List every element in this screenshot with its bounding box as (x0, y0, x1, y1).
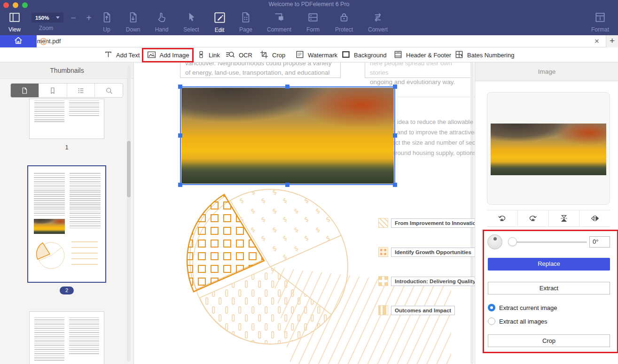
add-text-button[interactable]: Add Text (104, 47, 140, 62)
legend-item[interactable]: Outcomes and Impact (378, 305, 455, 315)
header-footer-icon: 123 (393, 50, 403, 61)
form-mode-button[interactable]: Form (298, 11, 328, 33)
selection-handle-n[interactable] (285, 85, 289, 89)
zoom-out-button[interactable]: − (68, 12, 78, 23)
selection-handle-s[interactable] (285, 183, 289, 187)
bates-numbering-icon (454, 50, 464, 61)
panel-title: Image (475, 62, 618, 81)
text-line: n idea to reduce the allowable si (392, 117, 475, 127)
legend-item[interactable]: From Improvement to Innovation (378, 218, 475, 228)
home-tab-button[interactable] (0, 35, 37, 47)
top-toolbar: Welcome to PDFelement 6 Pro View 150% Zo… (0, 0, 618, 35)
sidebar-scrollbar-thumb[interactable] (127, 141, 131, 197)
selection-handle-sw[interactable] (178, 183, 182, 187)
header-footer-button[interactable]: 123 Header & Footer (393, 47, 451, 62)
edit-toolbar: Add Text Add Image Link OCR Crop (0, 47, 618, 62)
document-canvas[interactable]: vancouver. Neighbourhoods could propose … (134, 62, 475, 364)
crop-button[interactable]: Crop (259, 47, 285, 62)
watermark-button[interactable]: Watermark (295, 47, 337, 62)
selection-handle-se[interactable] (393, 183, 397, 187)
page-3-thumbnail[interactable] (29, 311, 104, 364)
background-icon (341, 50, 351, 61)
edit-mode-button[interactable]: Edit (204, 11, 235, 33)
selection-handle-nw[interactable] (178, 85, 182, 89)
selection-handle-ne[interactable] (393, 85, 397, 89)
warning-icon[interactable] (39, 38, 47, 47)
protect-mode-button[interactable]: Protect (329, 11, 359, 33)
bookmarks-view-button[interactable] (39, 84, 67, 97)
legend-item[interactable]: Introduction: Delivering Quality (378, 276, 475, 286)
page-2-thumbnail-selected[interactable] (27, 165, 106, 283)
rotation-knob[interactable] (487, 234, 502, 249)
hand-tool-button[interactable]: Hand (147, 11, 177, 33)
rotate-flip-toolbar (487, 210, 610, 227)
convert-mode-button[interactable]: Convert (363, 11, 393, 33)
view-button[interactable]: View (0, 11, 30, 33)
text-block-left[interactable]: vancouver. Neighbourhoods could propose … (180, 62, 341, 78)
zoom-group: Zoom (31, 11, 61, 31)
extract-current-option[interactable]: Extract current image (488, 304, 557, 311)
bates-numbering-button[interactable]: Bates Numbering (454, 47, 514, 62)
select-tool-button[interactable]: Select (176, 11, 206, 33)
close-window-button[interactable] (3, 2, 9, 8)
convert-icon (372, 11, 384, 24)
flip-horizontal-button[interactable] (579, 210, 610, 226)
outline-view-button[interactable] (67, 84, 95, 97)
replace-button[interactable]: Replace (488, 258, 610, 271)
page-1-thumbnail[interactable] (29, 99, 104, 139)
page-mode-button[interactable]: Page (231, 11, 261, 33)
text-line: act the size and number of seco (392, 138, 475, 148)
comment-mode-button[interactable]: Comment (264, 11, 294, 33)
legend-item[interactable]: Identify Growth Opportunities (378, 247, 475, 257)
comment-label: Comment (264, 26, 294, 33)
text-line: vancouver. Neighbourhoods could propose … (185, 62, 336, 68)
text-block-right[interactable]: here people spread their own stories ong… (365, 62, 471, 78)
maximize-window-button[interactable] (22, 2, 28, 8)
search-view-button[interactable] (94, 84, 123, 97)
new-tab-button[interactable]: + (606, 35, 618, 47)
document-tab[interactable]: Sample Document.pdf (0, 35, 355, 47)
form-icon (307, 11, 319, 24)
radio-selected-icon[interactable] (488, 304, 495, 311)
rotation-slider-track[interactable] (513, 241, 587, 243)
crop-tool-label: Crop (272, 52, 285, 59)
sidebar-scrollbar-track[interactable] (127, 66, 131, 362)
lock-icon (338, 11, 350, 24)
svg-text:i: i (600, 16, 601, 21)
page-1-label: 1 (29, 144, 104, 151)
crop-icon (259, 50, 269, 61)
format-info-icon: i (594, 11, 606, 24)
ocr-button[interactable]: OCR (225, 47, 252, 62)
flip-vertical-button[interactable] (548, 210, 579, 226)
extract-all-option[interactable]: Extract all images (488, 318, 548, 325)
rotate-left-button[interactable] (487, 210, 517, 226)
crop-panel-button[interactable]: Crop (488, 334, 610, 347)
rotation-slider-handle[interactable] (508, 237, 517, 246)
thumbnails-view-button[interactable] (11, 84, 39, 97)
page-down-button[interactable]: Down (118, 11, 148, 33)
rotation-value-input[interactable]: 0° (589, 236, 610, 248)
background-button[interactable]: Background (341, 47, 386, 62)
selected-image[interactable] (181, 88, 394, 184)
format-panel-button[interactable]: i Format (585, 11, 615, 33)
selection-handle-e[interactable] (393, 133, 397, 138)
pie-chart-graphic[interactable]: $ $ (183, 187, 451, 364)
form-label: Form (298, 26, 328, 33)
document-rule (397, 97, 475, 97)
document-scrollbar[interactable] (470, 62, 474, 364)
extract-current-label: Extract current image (499, 304, 557, 311)
minimize-window-button[interactable] (13, 2, 18, 8)
add-image-label: Add Image (160, 52, 189, 59)
close-tab-icon[interactable]: × (591, 35, 603, 47)
convert-label: Convert (363, 26, 393, 33)
page-up-button[interactable]: Up (92, 11, 122, 33)
extract-button[interactable]: Extract (488, 282, 610, 294)
header-footer-label: Header & Footer (406, 52, 451, 59)
selection-handle-w[interactable] (178, 133, 182, 138)
bookmark-icon (48, 86, 57, 95)
add-image-button[interactable]: Add Image (142, 48, 194, 62)
radio-unselected-icon[interactable] (488, 318, 495, 325)
sidebar-title: Thumbnails (0, 62, 134, 79)
rotate-right-button[interactable] (517, 210, 548, 226)
link-button[interactable]: Link (197, 47, 220, 62)
